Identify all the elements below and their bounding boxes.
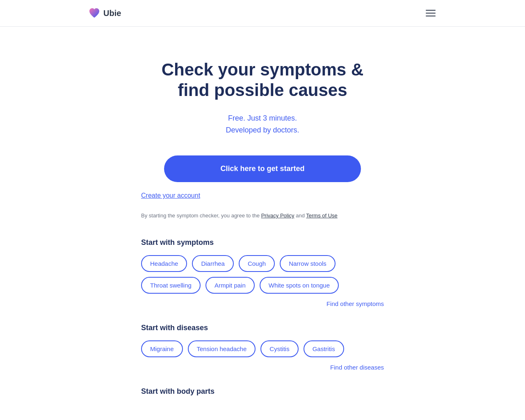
logo-text: Ubie <box>103 9 121 18</box>
hamburger-line-1 <box>426 10 436 11</box>
logo[interactable]: Ubie <box>88 7 121 20</box>
symptom-tag-headache[interactable]: Headache <box>141 255 187 272</box>
body-parts-section-title: Start with body parts <box>141 387 384 396</box>
symptoms-tags-container: Headache Diarrhea Cough Narrow stools Th… <box>141 255 384 294</box>
symptom-tag-cough[interactable]: Cough <box>239 255 275 272</box>
symptom-tag-white-spots[interactable]: White spots on tongue <box>260 277 339 294</box>
find-symptoms-link-container: Find other symptoms <box>141 300 384 307</box>
disclaimer-text: By starting the symptom checker, you agr… <box>141 212 384 219</box>
hamburger-line-2 <box>426 13 436 14</box>
symptoms-section: Start with symptoms Headache Diarrhea Co… <box>141 238 384 307</box>
disease-tag-cystitis[interactable]: Cystitis <box>260 340 298 357</box>
terms-link[interactable]: Terms of Use <box>306 212 338 219</box>
find-diseases-link-container: Find other diseases <box>141 364 384 371</box>
symptom-tag-throat-swelling[interactable]: Throat swelling <box>141 277 201 294</box>
hero-title: Check your symptoms & find possible caus… <box>141 59 384 101</box>
get-started-button[interactable]: Click here to get started <box>164 155 361 182</box>
hero-subtitle: Free. Just 3 minutes. Developed by docto… <box>141 112 384 136</box>
main-content: Check your symptoms & find possible caus… <box>131 27 394 420</box>
symptom-tag-diarrhea[interactable]: Diarrhea <box>192 255 234 272</box>
disease-tag-gastritis[interactable]: Gastritis <box>304 340 344 357</box>
menu-button[interactable] <box>424 8 437 18</box>
symptom-tag-narrow-stools[interactable]: Narrow stools <box>280 255 336 272</box>
diseases-section-title: Start with diseases <box>141 324 384 332</box>
hamburger-line-3 <box>426 16 436 16</box>
symptoms-section-title: Start with symptoms <box>141 238 384 247</box>
symptom-tag-armpit-pain[interactable]: Armpit pain <box>205 277 255 294</box>
logo-icon <box>88 7 101 20</box>
find-other-diseases-link[interactable]: Find other diseases <box>330 364 384 371</box>
diseases-section: Start with diseases Migraine Tension hea… <box>141 324 384 371</box>
disease-tag-tension-headache[interactable]: Tension headache <box>188 340 256 357</box>
diseases-tags-container: Migraine Tension headache Cystitis Gastr… <box>141 340 384 357</box>
disease-tag-migraine[interactable]: Migraine <box>141 340 183 357</box>
create-account-link[interactable]: Create your account <box>141 192 200 199</box>
header: Ubie <box>0 0 525 27</box>
find-other-symptoms-link[interactable]: Find other symptoms <box>326 300 384 307</box>
privacy-policy-link[interactable]: Privacy Policy <box>261 212 294 219</box>
